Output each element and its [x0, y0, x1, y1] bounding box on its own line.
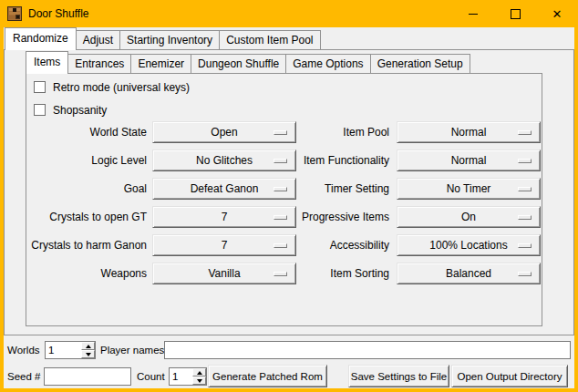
- spin-up-icon: [197, 371, 202, 375]
- caption-buttons: ✕: [452, 0, 578, 27]
- tab-items[interactable]: Items: [26, 51, 68, 74]
- retro-mode-label: Retro mode (universal keys): [53, 81, 190, 94]
- tab-adjust[interactable]: Adjust: [76, 30, 120, 49]
- close-button[interactable]: ✕: [536, 0, 578, 27]
- tab-generation-setup[interactable]: Generation Setup: [370, 54, 470, 73]
- player-names-input[interactable]: [164, 341, 571, 359]
- crystals-gt-label: Crystals to open GT: [28, 206, 147, 228]
- player-names-label: Player names: [100, 341, 164, 359]
- item-pool-label: Item Pool: [271, 121, 389, 143]
- accessibility-label: Accessibility: [271, 234, 389, 256]
- count-spin-up-button[interactable]: [192, 368, 206, 377]
- timer-setting-label: Timer Setting: [271, 178, 389, 200]
- weapons-label: Weapons: [28, 263, 147, 284]
- goal-label: Goal: [28, 178, 147, 200]
- progressive-items-label: Progressive Items: [271, 206, 389, 228]
- shopsanity-checkbox[interactable]: [34, 104, 46, 116]
- tab-entrances[interactable]: Entrances: [67, 54, 131, 73]
- worlds-input[interactable]: [46, 342, 81, 358]
- dropdown-indicator-icon: [518, 159, 532, 163]
- progressive-items-dropdown[interactable]: On: [397, 206, 541, 228]
- item-sorting-label: Item Sorting: [271, 263, 389, 284]
- shopsanity-label: Shopsanity: [53, 104, 107, 117]
- tab-game-options[interactable]: Game Options: [285, 54, 370, 73]
- accessibility-dropdown[interactable]: 100% Locations: [397, 234, 541, 256]
- count-label: Count: [137, 367, 165, 386]
- world-state-label: World State: [28, 121, 147, 143]
- worlds-spin-down-button[interactable]: [81, 350, 95, 358]
- tab-custom-item-pool[interactable]: Custom Item Pool: [219, 30, 320, 49]
- world-state-value: Open: [211, 126, 237, 139]
- dropdown-indicator-icon: [518, 130, 532, 135]
- timer-setting-value: No Timer: [447, 182, 491, 195]
- crystals-ganon-value: 7: [222, 239, 228, 252]
- logic-level-label: Logic Level: [28, 150, 147, 171]
- item-functionality-value: Normal: [451, 154, 487, 167]
- item-sorting-value: Balanced: [446, 267, 491, 280]
- retro-mode-checkbox[interactable]: [34, 81, 46, 93]
- tab-randomize[interactable]: Randomize: [5, 27, 77, 50]
- maximize-icon: [511, 9, 521, 19]
- sub-tabbar: Items Entrances Enemizer Dungeon Shuffle…: [26, 51, 470, 74]
- minimize-button[interactable]: [452, 0, 494, 27]
- maximize-button[interactable]: [494, 0, 536, 27]
- seed-label: Seed #: [7, 367, 40, 386]
- seed-input[interactable]: [44, 367, 131, 386]
- spin-down-icon: [197, 379, 202, 383]
- minimize-icon: [469, 14, 478, 15]
- item-pool-dropdown[interactable]: Normal: [397, 121, 541, 143]
- tab-dungeon-shuffle[interactable]: Dungeon Shuffle: [191, 54, 286, 73]
- crystals-gt-value: 7: [222, 211, 228, 223]
- app-window: Door Shuffle ✕ Randomize Adjust Starting…: [0, 0, 578, 392]
- dropdown-indicator-icon: [518, 187, 532, 191]
- dropdown-indicator-icon: [518, 215, 532, 220]
- door-icon: [7, 6, 22, 21]
- items-panel: Retro mode (universal keys) Shopsanity W…: [26, 73, 542, 326]
- count-spinbox: [169, 367, 207, 386]
- accessibility-value: 100% Locations: [429, 239, 507, 252]
- dropdown-indicator-icon: [518, 272, 532, 276]
- tab-starting-inventory[interactable]: Starting Inventory: [119, 30, 220, 49]
- timer-setting-dropdown[interactable]: No Timer: [397, 178, 541, 200]
- weapons-value: Vanilla: [208, 267, 240, 280]
- progressive-items-value: On: [461, 211, 476, 223]
- crystals-ganon-label: Crystals to harm Ganon: [28, 234, 147, 256]
- titlebar: Door Shuffle ✕: [0, 0, 578, 27]
- client-area: Randomize Adjust Starting Inventory Cust…: [4, 27, 574, 388]
- spin-down-icon: [86, 353, 91, 356]
- count-spin-buttons: [192, 368, 206, 385]
- window-title: Door Shuffle: [28, 7, 89, 20]
- item-functionality-label: Item Functionality: [271, 150, 389, 171]
- retro-mode-row: Retro mode (universal keys): [34, 80, 190, 94]
- main-tabbar: Randomize Adjust Starting Inventory Cust…: [5, 27, 321, 50]
- goal-value: Defeat Ganon: [191, 182, 259, 195]
- tab-enemizer[interactable]: Enemizer: [130, 54, 191, 73]
- item-functionality-dropdown[interactable]: Normal: [397, 150, 541, 171]
- shopsanity-row: Shopsanity: [34, 103, 107, 117]
- item-pool-value: Normal: [451, 126, 487, 139]
- spin-up-icon: [86, 345, 91, 348]
- worlds-label: Worlds: [7, 341, 40, 359]
- count-input[interactable]: [170, 368, 192, 385]
- logic-level-value: No Glitches: [196, 154, 253, 167]
- save-settings-button[interactable]: Save Settings to File: [348, 365, 449, 387]
- dropdown-indicator-icon: [518, 243, 532, 248]
- item-sorting-dropdown[interactable]: Balanced: [397, 263, 541, 284]
- generate-patched-rom-button[interactable]: Generate Patched Rom: [208, 365, 327, 387]
- worlds-spinbox: [45, 341, 96, 359]
- close-icon: ✕: [552, 8, 563, 20]
- worlds-spin-buttons: [81, 342, 95, 358]
- open-output-directory-button[interactable]: Open Output Directory: [451, 365, 568, 387]
- count-spin-down-button[interactable]: [192, 377, 206, 385]
- worlds-spin-up-button[interactable]: [81, 342, 95, 350]
